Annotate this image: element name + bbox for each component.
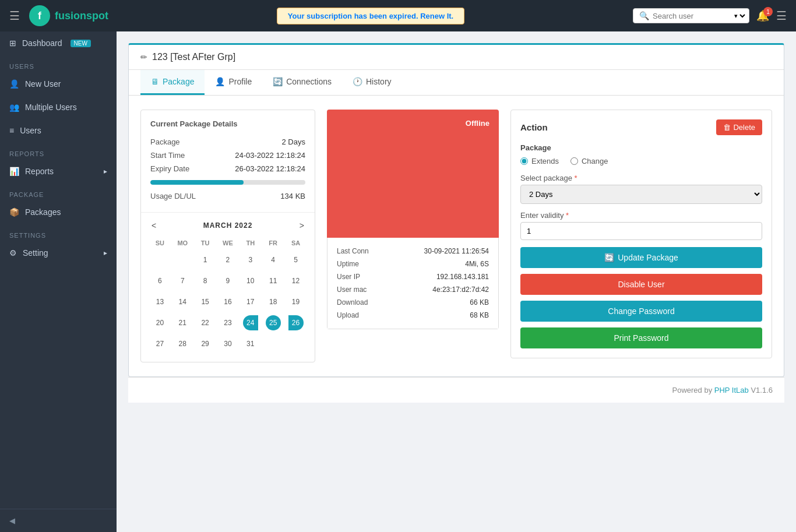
cal-day[interactable] [285, 334, 307, 354]
cal-day[interactable]: 27 [149, 334, 171, 354]
sidebar-item-users[interactable]: ≡ Users [0, 119, 117, 142]
notification-bell[interactable]: 🔔 1 [756, 9, 769, 22]
subscription-alert: Your subscription has been expired. Rene… [277, 8, 464, 24]
sidebar-item-setting[interactable]: ⚙ Setting ▸ [0, 241, 117, 265]
calendar-prev[interactable]: < [148, 220, 160, 231]
cal-day[interactable]: 2 [217, 250, 239, 270]
cal-day[interactable]: 15 [195, 292, 216, 312]
status-offline-area: Offline [327, 110, 499, 238]
cal-day[interactable]: 6 [149, 271, 171, 291]
content-area: ✏ 123 [Test AFter Grp] 🖥 Package 👤 Profi… [117, 31, 796, 532]
pkg-label: Package [150, 138, 180, 146]
cal-day[interactable] [172, 250, 193, 270]
cal-day[interactable]: 1 [195, 250, 216, 270]
cal-day[interactable]: 7 [172, 271, 193, 291]
sidebar-item-label: Setting [23, 248, 48, 258]
cal-day-header: SU [149, 237, 171, 249]
topbar-menu-icon[interactable]: ☰ [776, 9, 787, 23]
alert-action[interactable]: Renew It. [420, 12, 453, 20]
package-row-expiry: Expiry Date 26-03-2022 12:18:24 [150, 162, 305, 175]
print-password-button[interactable]: Print Password [520, 327, 762, 348]
pkg-value: 2 Days [282, 138, 305, 146]
cal-day[interactable]: 19 [285, 292, 307, 312]
search-icon: 🔍 [639, 11, 649, 20]
sidebar-item-multiple-users[interactable]: 👥 Multiple Users [0, 96, 117, 119]
cal-day-header: MO [172, 237, 193, 249]
cal-day[interactable]: 31 [239, 334, 261, 354]
radio-extends-input[interactable] [520, 157, 528, 165]
cal-day[interactable]: 18 [262, 292, 284, 312]
cal-day[interactable]: 4 [262, 250, 284, 270]
cal-day[interactable]: 22 [195, 313, 216, 333]
cal-day[interactable]: 23 [217, 313, 239, 333]
cal-day[interactable]: 9 [217, 271, 239, 291]
cal-day[interactable]: 13 [149, 292, 171, 312]
cal-day[interactable]: 20 [149, 313, 171, 333]
tabs: 🖥 Package 👤 Profile 🔄 Connections 🕐 Hist… [129, 70, 784, 96]
radio-group: Extends Change [520, 157, 762, 165]
cal-day[interactable]: 5 [285, 250, 307, 270]
sidebar-item-new-user[interactable]: 👤 New User [0, 72, 117, 96]
action-title: Action [520, 122, 548, 132]
cal-day-header: SA [285, 237, 307, 249]
cal-day[interactable] [149, 250, 171, 270]
footer-link[interactable]: PHP ItLab [714, 386, 749, 394]
search-dropdown[interactable]: ▾ [732, 12, 747, 20]
search-input[interactable] [653, 12, 728, 20]
cal-day[interactable]: 17 [239, 292, 261, 312]
cal-day[interactable]: 3 [239, 250, 261, 270]
cal-day[interactable] [262, 334, 284, 354]
sidebar-item-dashboard[interactable]: ⊞ Dashboard NEW [0, 31, 117, 55]
tab-profile[interactable]: 👤 Profile [205, 70, 262, 95]
cal-day[interactable]: 29 [195, 334, 216, 354]
change-password-label: Change Password [608, 306, 674, 316]
cal-day[interactable]: 30 [217, 334, 239, 354]
profile-icon: 👤 [215, 77, 225, 86]
tab-package[interactable]: 🖥 Package [140, 70, 205, 95]
pkg-value: 26-03-2022 12:18:24 [235, 164, 305, 173]
status-row-value: 68 KB [470, 311, 489, 319]
new-user-icon: 👤 [9, 79, 19, 89]
cal-day[interactable]: 26 [285, 313, 307, 333]
cal-day[interactable]: 21 [172, 313, 193, 333]
cal-day[interactable]: 25 [262, 313, 284, 333]
radio-extends[interactable]: Extends [520, 157, 559, 165]
package-details-title: Current Package Details [150, 119, 305, 128]
sidebar-item-reports[interactable]: 📊 Reports ▸ [0, 160, 117, 183]
tab-label: Profile [228, 77, 252, 86]
package-details-card: Current Package Details Package 2 Days S… [140, 110, 315, 362]
dashboard-icon: ⊞ [9, 38, 16, 48]
change-password-button[interactable]: Change Password [520, 301, 762, 322]
action-header: Action 🗑 Delete [520, 119, 762, 135]
radio-change-input[interactable] [570, 157, 578, 165]
validity-input[interactable] [520, 222, 762, 240]
status-details: Last Conn 30-09-2021 11:26:54 Uptime 4Mi… [327, 238, 499, 329]
section-label-package: PACKAGE [0, 183, 117, 200]
disable-user-button[interactable]: Disable User [520, 274, 762, 295]
select-package-dropdown[interactable]: 2 Days 1 Day 7 Days 30 Days [520, 185, 762, 204]
tab-connections[interactable]: 🔄 Connections [262, 70, 342, 95]
hamburger-icon[interactable]: ☰ [9, 9, 20, 23]
cal-day[interactable]: 8 [195, 271, 216, 291]
search-box: 🔍 ▾ [633, 8, 749, 23]
packages-icon: 📦 [9, 207, 19, 217]
cal-day[interactable]: 10 [239, 271, 261, 291]
cal-day[interactable]: 28 [172, 334, 193, 354]
cal-day[interactable]: 24 [239, 313, 261, 333]
cal-day[interactable]: 11 [262, 271, 284, 291]
radio-change[interactable]: Change [570, 157, 608, 165]
validity-label: Enter validity * [520, 211, 762, 220]
cal-day[interactable]: 14 [172, 292, 193, 312]
tab-label: Package [163, 77, 194, 86]
sidebar-item-packages[interactable]: 📦 Packages [0, 200, 117, 224]
cal-day[interactable]: 16 [217, 292, 239, 312]
delete-button[interactable]: 🗑 Delete [716, 119, 762, 135]
radio-change-label: Change [582, 157, 608, 165]
calendar-next[interactable]: > [296, 220, 308, 231]
cal-day[interactable]: 12 [285, 271, 307, 291]
update-package-button[interactable]: 🔄 Update Package [520, 247, 762, 268]
sidebar-collapse-btn[interactable]: ◀ [0, 509, 117, 532]
tab-history[interactable]: 🕐 History [342, 70, 402, 95]
status-row-userip: User IP 192.168.143.181 [337, 270, 489, 283]
status-row-value: 192.168.143.181 [436, 273, 489, 281]
